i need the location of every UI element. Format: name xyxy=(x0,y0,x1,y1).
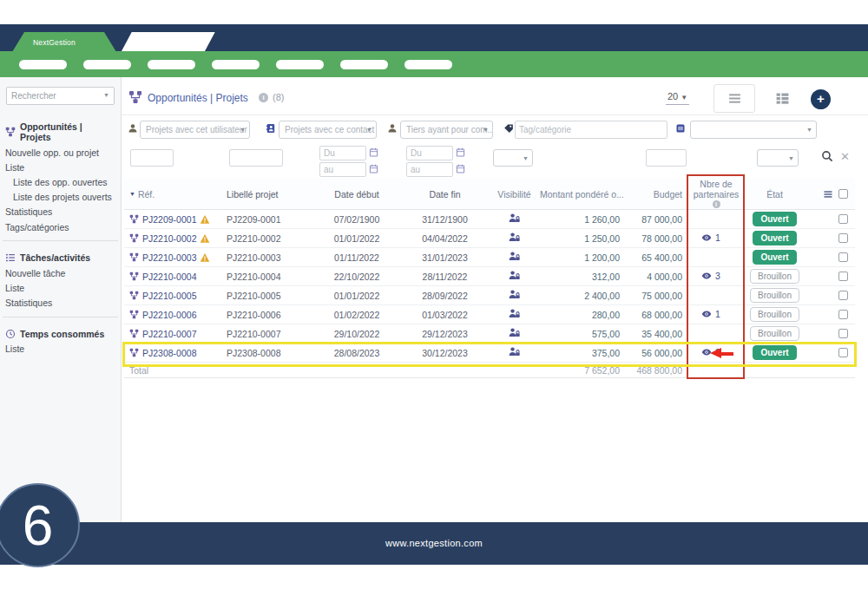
filter-state-select[interactable]: ▼ xyxy=(757,149,799,167)
row-checkbox[interactable] xyxy=(838,214,848,224)
filter-thirdparty-select[interactable]: Tiers ayant pour com...▼ xyxy=(400,121,493,139)
col-visibility[interactable]: Visibilité xyxy=(489,189,540,200)
project-ref-link[interactable]: PJ2210-0005 xyxy=(142,291,196,301)
date-end: 30/12/2023 xyxy=(401,348,489,358)
filter-ref-input[interactable] xyxy=(130,149,174,167)
project-ref-link[interactable]: PJ2210-0004 xyxy=(142,272,196,282)
filter-end-to-input[interactable] xyxy=(406,162,453,177)
row-checkbox[interactable] xyxy=(838,233,848,243)
sidebar-item[interactable]: Nouvelle tâche xyxy=(0,265,121,280)
list-view-button[interactable] xyxy=(713,84,755,113)
menu-item-pill[interactable] xyxy=(19,60,67,69)
section-icon xyxy=(5,252,16,263)
page-size-select[interactable]: 20 ▼ xyxy=(666,91,689,105)
columns-icon[interactable] xyxy=(823,189,833,200)
slide-number: 6 xyxy=(23,494,54,558)
row-checkbox[interactable] xyxy=(838,329,848,338)
sidebar-section-label: Tâches/activités xyxy=(20,252,90,263)
project-icon xyxy=(129,348,139,357)
sidebar-item[interactable]: Liste xyxy=(0,342,121,357)
filter-label-input[interactable] xyxy=(229,149,283,167)
sidebar-section-header[interactable]: Tâches/activités xyxy=(0,247,121,265)
visibility-icon xyxy=(509,213,520,224)
sidebar-item[interactable]: Nouvelle opp. ou projet xyxy=(0,145,121,160)
sidebar-item[interactable]: Statistiques xyxy=(0,205,121,219)
warning-icon xyxy=(200,214,210,225)
status-badge: Brouillon xyxy=(750,326,799,341)
filter-contact-select[interactable]: Projets avec ce contact ...▼ xyxy=(279,121,377,139)
calendar-icon[interactable] xyxy=(369,147,378,157)
col-label[interactable]: Libellé projet xyxy=(227,189,312,200)
sidebar-section-header[interactable]: Opportunités | Projets xyxy=(0,116,121,145)
col-state[interactable]: État xyxy=(746,189,803,200)
filter-extra-select[interactable]: ▼ xyxy=(690,121,817,139)
grid-view-button[interactable] xyxy=(761,84,803,113)
filter-start-from-input[interactable] xyxy=(319,146,366,160)
status-badge: Ouvert xyxy=(753,250,796,265)
brand-tab[interactable]: NextGestion xyxy=(12,32,116,52)
eye-icon xyxy=(701,309,712,319)
calendar-icon[interactable] xyxy=(456,164,465,173)
filter-tag-input[interactable] xyxy=(515,121,667,139)
menu-item-pill[interactable] xyxy=(276,60,324,69)
status-badge: Brouillon xyxy=(750,307,799,322)
col-start[interactable]: Date début xyxy=(312,189,401,200)
project-ref-link[interactable]: PJ2210-0007 xyxy=(142,329,196,339)
main-menubar xyxy=(0,51,868,77)
filter-user-select[interactable]: Projets avec cet utilisateur ...▼ xyxy=(140,121,250,139)
col-amount[interactable]: Montant pondéré o... xyxy=(540,189,623,200)
date-start: 29/10/2022 xyxy=(312,329,401,339)
calendar-icon[interactable] xyxy=(369,164,378,173)
search-icon[interactable] xyxy=(821,150,833,162)
menu-item-pill[interactable] xyxy=(404,60,452,69)
info-icon[interactable]: i xyxy=(713,200,720,208)
status-filter-icon xyxy=(675,123,686,134)
total-row: Total 7 652,00 468 800,00 xyxy=(124,363,855,378)
info-icon[interactable]: i xyxy=(259,93,268,102)
project-ref-link[interactable]: PJ2210-0002 xyxy=(142,233,196,244)
row-checkbox[interactable] xyxy=(838,291,848,300)
project-ref-link[interactable]: PJ2210-0006 xyxy=(142,310,196,320)
chevron-down-icon: ▼ xyxy=(681,94,687,101)
project-ref-link[interactable]: PJ2210-0003 xyxy=(142,252,196,263)
menu-item-pill[interactable] xyxy=(148,60,195,69)
menu-item-pill[interactable] xyxy=(212,60,260,69)
date-start: 01/11/2022 xyxy=(312,252,401,263)
sidebar-item[interactable]: Statistiques xyxy=(0,296,121,311)
add-record-button[interactable]: + xyxy=(811,89,831,109)
sidebar-section-header[interactable]: Temps consommés xyxy=(0,324,121,342)
search-input[interactable] xyxy=(7,88,114,104)
filter-visibility-select[interactable]: ▼ xyxy=(493,149,533,167)
col-partners[interactable]: Nbre de partenaires i xyxy=(686,180,746,208)
row-checkbox[interactable] xyxy=(838,272,848,281)
sidebar-item[interactable]: Liste xyxy=(0,280,121,295)
filter-start-to-input[interactable] xyxy=(319,162,366,177)
total-budget: 468 800,00 xyxy=(623,365,686,376)
project-label: PJ2210-0006 xyxy=(227,310,312,320)
table-row: PJ2210-0005 PJ2210-0005 01/01/2022 28/09… xyxy=(124,286,855,305)
col-ref[interactable]: ▼Réf. xyxy=(124,189,227,200)
filter-end-from-input[interactable] xyxy=(406,146,453,160)
date-start: 01/01/2022 xyxy=(312,233,401,244)
calendar-icon[interactable] xyxy=(456,147,465,157)
col-budget[interactable]: Budget xyxy=(623,189,686,200)
col-end[interactable]: Date fin xyxy=(401,189,489,200)
row-checkbox[interactable] xyxy=(838,348,848,357)
sidebar-subitem[interactable]: Liste des opp. ouvertes xyxy=(0,174,121,189)
filter-budget-input[interactable] xyxy=(646,149,687,167)
tag-icon xyxy=(503,123,514,134)
project-ref-link[interactable]: PJ2308-0008 xyxy=(142,348,196,358)
secondary-tab-shape[interactable] xyxy=(122,32,215,51)
sidebar-item[interactable]: Liste xyxy=(0,160,121,174)
row-checkbox[interactable] xyxy=(838,252,848,262)
menu-item-pill[interactable] xyxy=(340,60,388,69)
menu-item-pill[interactable] xyxy=(83,60,131,69)
sidebar-subitem[interactable]: Liste des projets ouverts xyxy=(0,190,121,205)
project-ref-link[interactable]: PJ2209-0001 xyxy=(142,214,196,225)
row-checkbox[interactable] xyxy=(838,310,848,319)
clear-filters-icon[interactable]: ✕ xyxy=(840,151,850,162)
budget-amount: 87 000,00 xyxy=(623,214,686,225)
sidebar-search[interactable]: ▼ xyxy=(6,87,115,105)
sidebar-item[interactable]: Tags/catégories xyxy=(0,219,121,234)
select-all-checkbox[interactable] xyxy=(838,189,848,199)
